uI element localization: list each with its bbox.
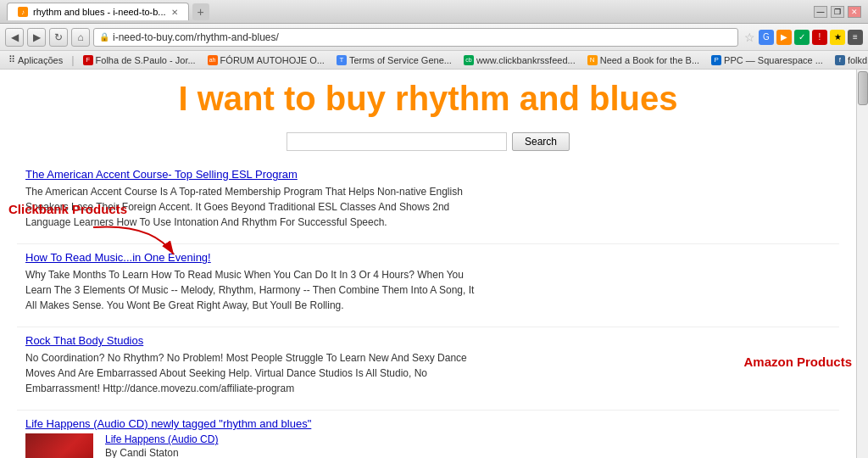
ext-icon-5[interactable]: ★ [830, 30, 845, 45]
close-button[interactable]: ✕ [848, 6, 861, 18]
amazon-product-title: Life Happens (Audio CD) [105, 433, 839, 445]
address-bar[interactable]: 🔒 i-need-to-buy.com/rhythm-and-blues/ [93, 28, 738, 47]
restore-button[interactable]: ❐ [831, 6, 844, 18]
forward-button[interactable]: ▶ [27, 28, 46, 47]
minimize-button[interactable]: — [814, 6, 827, 18]
new-tab-button[interactable]: + [192, 3, 209, 20]
bookmark-star-icon[interactable]: ☆ [744, 31, 755, 44]
bm-favicon-1: F [83, 55, 93, 65]
clickbank-label: Clickbank Products [8, 202, 127, 216]
tab-favicon: ♪ [18, 7, 28, 17]
bookmarks-item-1[interactable]: F Folha de S.Paulo - Jor... [80, 54, 199, 66]
bm-favicon-4: cb [464, 55, 474, 65]
clickbank-arrow [85, 219, 186, 270]
page-main: I want to buy rhythm and blues Search Cl… [0, 70, 856, 458]
address-text: i-need-to-buy.com/rhythm-and-blues/ [113, 31, 279, 43]
bm-favicon-5: N [587, 55, 598, 65]
album-cover-art [25, 450, 93, 458]
amazon-product: Life Happens (Audio CD) newly tagged "rh… [17, 417, 839, 458]
page-content: I want to buy rhythm and blues Search Cl… [0, 70, 868, 458]
product-1-title[interactable]: The American Accent Course- Top Selling … [25, 168, 839, 181]
bookmarks-apps[interactable]: ⠿ Aplicações [5, 53, 66, 66]
amazon-label: Amazon Products [743, 355, 852, 369]
ext-icon-4[interactable]: ! [812, 30, 827, 45]
amazon-product-info: Life Happens (Audio CD) By Candi Staton … [105, 433, 839, 458]
ext-icon-3[interactable]: ✓ [794, 30, 810, 45]
tab-close-button[interactable]: ✕ [171, 8, 178, 17]
bookmarks-item-4[interactable]: cb www.clickbankrssfeed... [460, 54, 579, 66]
amazon-product-link[interactable]: Life Happens (Audio CD) newly tagged "rh… [25, 417, 839, 430]
browser-titlebar: ♪ rhythm and blues - i-need-to-b... ✕ + … [0, 0, 868, 24]
divider-2 [17, 327, 839, 327]
bookmarks-item-3[interactable]: T Terms of Service Gene... [333, 54, 455, 66]
product-2-desc: Why Take Months To Learn How To Read Mus… [25, 267, 483, 313]
tab-label: rhythm and blues - i-need-to-b... [33, 7, 166, 17]
ext-icon-1[interactable]: G [759, 30, 774, 45]
bookmarks-item-2[interactable]: ah FÓRUM AUTOHOJE O... [204, 54, 328, 66]
product-3: Rock That Body Studios No Coordination? … [17, 334, 839, 396]
amazon-product-image: lifehappens [25, 433, 93, 458]
search-container: Search [17, 132, 839, 151]
search-button[interactable]: Search [512, 132, 570, 151]
results-wrapper: Clickbank Products Amazon Products [17, 168, 839, 458]
back-button[interactable]: ◀ [5, 28, 24, 47]
bm-favicon-7: f [835, 55, 845, 65]
search-input[interactable] [287, 132, 507, 151]
product-3-title[interactable]: Rock That Body Studios [25, 334, 839, 347]
page-title: I want to buy rhythm and blues [17, 78, 839, 119]
lock-icon: 🔒 [99, 32, 109, 42]
browser-tab[interactable]: ♪ rhythm and blues - i-need-to-b... ✕ [7, 3, 189, 20]
scrollbar-thumb[interactable] [858, 71, 868, 105]
bookmarks-bar: ⠿ Aplicações | F Folha de S.Paulo - Jor.… [0, 51, 868, 70]
bm-favicon-6: P [711, 55, 721, 65]
address-bar-container: 🔒 i-need-to-buy.com/rhythm-and-blues/ ☆ [93, 28, 755, 47]
bm-favicon-2: ah [208, 55, 218, 65]
product-3-desc: No Coordination? No Rhythm? No Problem! … [25, 350, 483, 396]
scrollbar[interactable] [856, 70, 868, 458]
window-controls: — ❐ ✕ [814, 6, 861, 18]
bookmarks-item-5[interactable]: N Need a Book for the B... [584, 54, 703, 66]
refresh-button[interactable]: ↻ [49, 28, 68, 47]
amazon-product-details: lifehappens Life Happens (Audio CD) By C… [25, 433, 839, 458]
divider-3 [17, 410, 839, 411]
bm-favicon-3: T [337, 55, 347, 65]
ext-icon-6[interactable]: ≡ [848, 30, 863, 45]
browser-navbar: ◀ ▶ ↻ ⌂ 🔒 i-need-to-buy.com/rhythm-and-b… [0, 24, 868, 51]
extension-icons: G ▶ ✓ ! ★ ≡ [759, 30, 863, 45]
bookmarks-item-7[interactable]: f folkd.com - social book... [832, 54, 868, 66]
ext-icon-2[interactable]: ▶ [776, 30, 792, 45]
apps-icon: ⠿ [8, 54, 15, 65]
bookmarks-item-6[interactable]: P PPC — Squarespace ... [708, 54, 826, 66]
home-button[interactable]: ⌂ [71, 28, 90, 47]
